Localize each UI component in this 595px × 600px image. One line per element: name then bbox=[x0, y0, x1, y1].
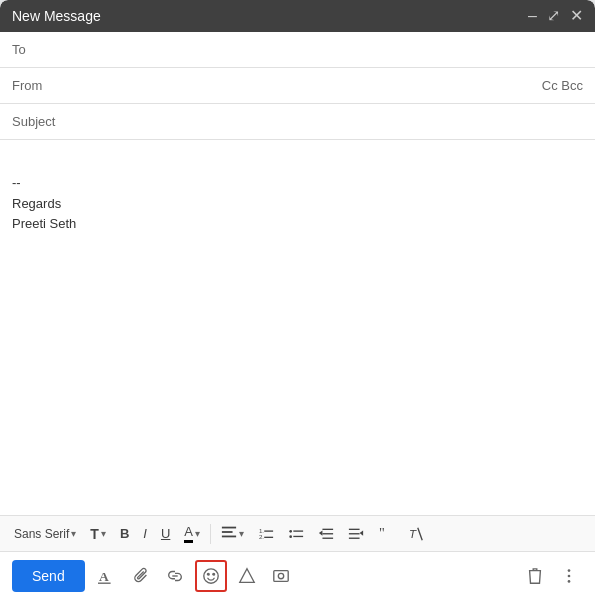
divider-1 bbox=[210, 524, 211, 544]
svg-rect-11 bbox=[322, 528, 333, 529]
font-color-arrow: ▾ bbox=[195, 528, 200, 539]
svg-point-30 bbox=[278, 573, 283, 578]
body-area[interactable]: -- Regards Preeti Seth bbox=[0, 140, 595, 515]
font-family-button[interactable]: Sans Serif ▾ bbox=[8, 523, 82, 545]
svg-point-8 bbox=[289, 535, 292, 538]
quote-button[interactable]: " bbox=[372, 522, 400, 546]
to-label: To bbox=[12, 42, 62, 57]
to-row: To bbox=[0, 32, 595, 68]
signature-line: -- bbox=[12, 173, 583, 194]
format-text-button[interactable]: A bbox=[93, 562, 121, 590]
delete-button[interactable] bbox=[521, 562, 549, 590]
svg-point-31 bbox=[568, 569, 571, 572]
svg-point-27 bbox=[213, 573, 215, 575]
italic-button[interactable]: I bbox=[137, 522, 153, 545]
subject-input[interactable] bbox=[62, 114, 583, 129]
title-bar-actions: – ⤢ ✕ bbox=[528, 8, 583, 24]
svg-point-7 bbox=[289, 530, 292, 533]
align-button[interactable]: ▾ bbox=[215, 520, 250, 547]
bold-button[interactable]: B bbox=[114, 522, 135, 545]
expand-button[interactable]: ⤢ bbox=[547, 8, 560, 24]
svg-marker-14 bbox=[319, 530, 323, 535]
formatting-toolbar: Sans Serif ▾ T ▾ B I U A ▾ bbox=[0, 516, 595, 552]
underline-button[interactable]: U bbox=[155, 522, 176, 545]
cc-bcc-toggle[interactable]: Cc Bcc bbox=[542, 78, 583, 93]
remove-format-button[interactable]: T bbox=[402, 522, 430, 546]
subject-row: Subject bbox=[0, 104, 595, 140]
attach-button[interactable] bbox=[127, 562, 155, 590]
ordered-list-button[interactable]: 1. 2. bbox=[252, 522, 280, 546]
photo-button[interactable] bbox=[267, 562, 295, 590]
sender-name: Preeti Seth bbox=[12, 214, 583, 235]
bold-label: B bbox=[120, 526, 129, 541]
svg-text:": " bbox=[379, 526, 385, 541]
from-row: From Cc Bcc bbox=[0, 68, 595, 104]
italic-label: I bbox=[143, 526, 147, 541]
align-arrow: ▾ bbox=[239, 528, 244, 539]
svg-text:T: T bbox=[409, 527, 417, 539]
fields-area: To From Cc Bcc Subject bbox=[0, 32, 595, 140]
svg-rect-10 bbox=[293, 535, 303, 536]
svg-marker-28 bbox=[240, 569, 254, 583]
font-size-button[interactable]: T ▾ bbox=[84, 522, 112, 546]
close-button[interactable]: ✕ bbox=[570, 8, 583, 24]
svg-point-32 bbox=[568, 575, 571, 578]
send-button[interactable]: Send bbox=[12, 560, 85, 592]
svg-rect-13 bbox=[322, 537, 333, 538]
from-input[interactable] bbox=[62, 78, 542, 93]
from-label: From bbox=[12, 78, 62, 93]
svg-rect-6 bbox=[264, 536, 273, 537]
drive-button[interactable] bbox=[233, 562, 261, 590]
svg-rect-1 bbox=[222, 531, 233, 533]
font-family-arrow: ▾ bbox=[71, 528, 76, 539]
svg-line-21 bbox=[418, 527, 422, 539]
indent-less-button[interactable] bbox=[312, 522, 340, 546]
font-size-icon: T bbox=[90, 526, 99, 542]
bottom-icons: A bbox=[93, 560, 513, 592]
font-color-button[interactable]: A ▾ bbox=[178, 520, 206, 547]
subject-label: Subject bbox=[12, 114, 62, 129]
font-size-arrow: ▾ bbox=[101, 528, 106, 539]
align-icon bbox=[221, 524, 237, 543]
title-bar: New Message – ⤢ ✕ bbox=[0, 0, 595, 32]
toolbar-area: Sans Serif ▾ T ▾ B I U A ▾ bbox=[0, 515, 595, 600]
regards-text: Regards bbox=[12, 194, 583, 215]
to-input[interactable] bbox=[62, 42, 583, 57]
window-title: New Message bbox=[12, 8, 101, 24]
compose-window: New Message – ⤢ ✕ To From Cc Bcc Subject bbox=[0, 0, 595, 600]
signature: -- Regards Preeti Seth bbox=[12, 173, 583, 235]
svg-rect-5 bbox=[264, 530, 273, 531]
svg-rect-17 bbox=[349, 537, 360, 538]
svg-text:A: A bbox=[99, 569, 109, 584]
font-color-label: A bbox=[184, 524, 193, 543]
svg-point-33 bbox=[568, 580, 571, 583]
svg-point-26 bbox=[207, 573, 209, 575]
svg-rect-0 bbox=[222, 527, 236, 529]
body-content: -- Regards Preeti Seth bbox=[12, 152, 583, 235]
bottom-right-icons bbox=[521, 562, 583, 590]
minimize-button[interactable]: – bbox=[528, 8, 537, 24]
svg-rect-12 bbox=[322, 533, 333, 534]
link-button[interactable] bbox=[161, 562, 189, 590]
svg-rect-29 bbox=[274, 571, 288, 582]
svg-point-25 bbox=[204, 569, 218, 583]
svg-rect-15 bbox=[349, 528, 360, 529]
indent-more-button[interactable] bbox=[342, 522, 370, 546]
more-options-button[interactable] bbox=[555, 562, 583, 590]
underline-label: U bbox=[161, 526, 170, 541]
emoji-button[interactable] bbox=[195, 560, 227, 592]
svg-rect-2 bbox=[222, 536, 236, 538]
font-family-label: Sans Serif bbox=[14, 527, 69, 541]
bottom-toolbar: Send A bbox=[0, 552, 595, 600]
svg-rect-16 bbox=[349, 533, 360, 534]
unordered-list-button[interactable] bbox=[282, 522, 310, 546]
svg-marker-18 bbox=[360, 530, 364, 535]
svg-rect-9 bbox=[293, 530, 303, 531]
svg-text:2.: 2. bbox=[259, 533, 264, 540]
